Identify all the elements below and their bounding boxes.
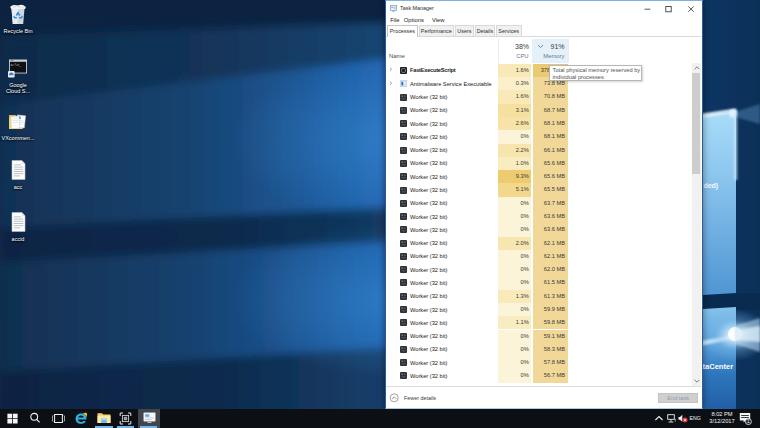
svg-text:Fewer details: Fewer details [404,395,436,401]
svg-text:C:\>_: C:\>_ [11,63,22,67]
svg-text:1: 1 [747,419,750,424]
